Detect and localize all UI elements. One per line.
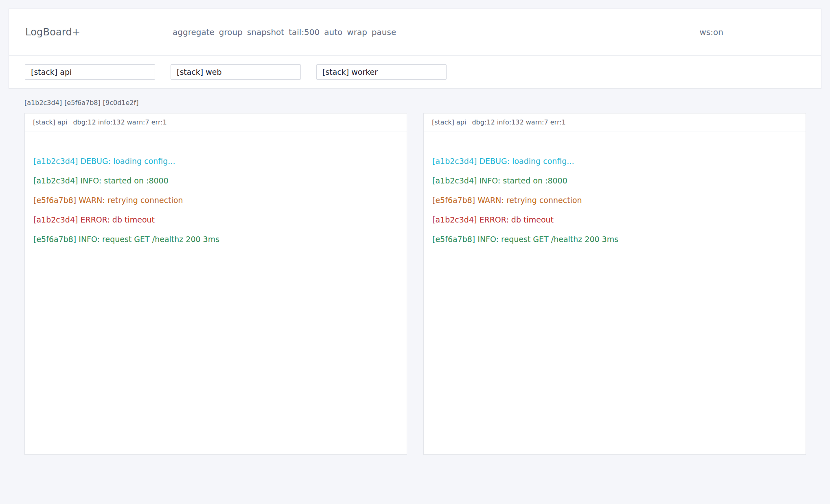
log-panel-left: [stack] api dbg:12 info:132 warn:7 err:1… xyxy=(24,113,407,455)
action-auto[interactable]: auto xyxy=(324,27,342,37)
toolbar-actions: aggregate group snapshot tail:500 auto w… xyxy=(173,27,700,37)
trace-id-breadcrumb: [a1b2c3d4] [e5f6a7b8] [9c0d1e2f] xyxy=(24,99,138,107)
panel-header: [stack] api dbg:12 info:132 warn:7 err:1 xyxy=(424,113,806,131)
action-tail[interactable]: tail:500 xyxy=(289,27,320,37)
action-snapshot[interactable]: snapshot xyxy=(247,27,284,37)
log-line: [a1b2c3d4] INFO: started on :8000 xyxy=(432,177,797,185)
action-wrap[interactable]: wrap xyxy=(347,27,367,37)
header-bar: LogBoard+ aggregate group snapshot tail:… xyxy=(9,9,821,56)
log-line: [e5f6a7b8] WARN: retrying connection xyxy=(432,196,797,204)
action-group[interactable]: group xyxy=(219,27,243,37)
filter-bar xyxy=(9,56,821,88)
log-stream[interactable]: [a1b2c3d4] DEBUG: loading config... [a1b… xyxy=(424,131,806,454)
log-panel-right: [stack] api dbg:12 info:132 warn:7 err:1… xyxy=(423,113,806,455)
log-panels: [stack] api dbg:12 info:132 warn:7 err:1… xyxy=(24,113,806,455)
action-aggregate[interactable]: aggregate xyxy=(173,27,215,37)
panel-level-counts: dbg:12 info:132 warn:7 err:1 xyxy=(472,118,565,126)
action-pause[interactable]: pause xyxy=(372,27,396,37)
trace-id-chip: [9c0d1e2f] xyxy=(103,99,139,107)
header-card: LogBoard+ aggregate group snapshot tail:… xyxy=(9,9,821,89)
log-line: [a1b2c3d4] ERROR: db timeout xyxy=(432,216,797,224)
log-stream[interactable]: [a1b2c3d4] DEBUG: loading config... [a1b… xyxy=(25,131,407,454)
log-line: [e5f6a7b8] INFO: request GET /healthz 20… xyxy=(432,235,797,243)
websocket-status: ws:on xyxy=(700,27,723,37)
panel-header: [stack] api dbg:12 info:132 warn:7 err:1 xyxy=(25,113,407,131)
trace-id-chip: [e5f6a7b8] xyxy=(64,99,101,107)
app-title: LogBoard+ xyxy=(25,26,173,38)
panel-stream-title: [stack] api xyxy=(33,118,67,126)
panel-stream-title: [stack] api xyxy=(432,118,466,126)
log-line: [a1b2c3d4] DEBUG: loading config... xyxy=(432,157,797,165)
log-line: [a1b2c3d4] ERROR: db timeout xyxy=(33,216,399,224)
panel-level-counts: dbg:12 info:132 warn:7 err:1 xyxy=(73,118,166,126)
log-line: [e5f6a7b8] INFO: request GET /healthz 20… xyxy=(33,235,399,243)
filter-input-web[interactable] xyxy=(171,64,301,80)
log-line: [a1b2c3d4] DEBUG: loading config... xyxy=(33,157,399,165)
filter-input-api[interactable] xyxy=(25,64,155,80)
log-line: [e5f6a7b8] WARN: retrying connection xyxy=(33,196,399,204)
log-line: [a1b2c3d4] INFO: started on :8000 xyxy=(33,177,399,185)
filter-input-worker[interactable] xyxy=(316,64,447,80)
trace-id-chip: [a1b2c3d4] xyxy=(24,99,62,107)
